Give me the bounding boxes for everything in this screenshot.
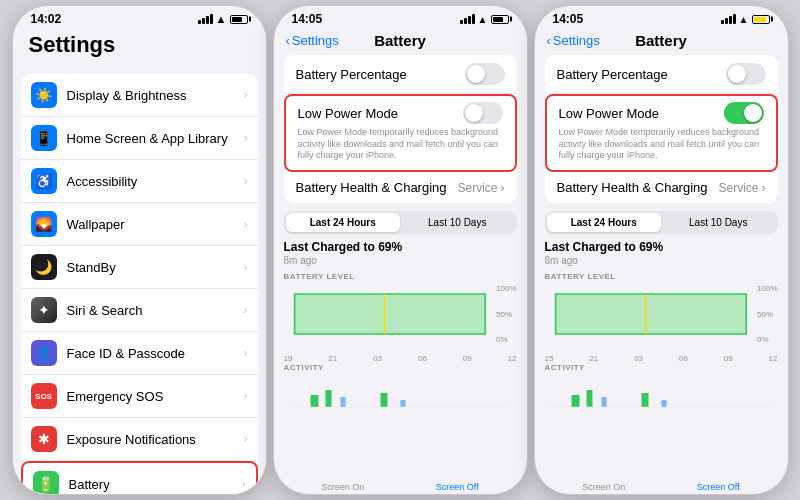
siri-label: Siri & Search [67,303,244,318]
activity-label-3: ACTIVITY [545,363,778,372]
sos-chevron: › [244,389,248,403]
time-1: 14:02 [31,12,62,26]
nav-title-2: Battery [374,32,426,49]
faceid-icon: 👤 [31,340,57,366]
battery-percentage-row-2: Battery Percentage [284,55,517,94]
activity-svg-2 [284,375,517,410]
status-bar-2: 14:05 ▲ [274,6,527,28]
time-2: 14:05 [292,12,323,26]
signal-icon [198,14,213,24]
nav-back-2[interactable]: ‹ Settings [286,33,339,48]
settings-item-faceid[interactable]: 👤 Face ID & Passcode › [21,332,258,375]
display-label: Display & Brightness [67,88,244,103]
svg-rect-9 [400,400,405,407]
settings-item-wallpaper[interactable]: 🌄 Wallpaper › [21,203,258,246]
svg-rect-17 [586,390,592,407]
health-chevron-3: › [762,181,766,195]
settings-item-battery[interactable]: 🔋 Battery › [21,461,258,494]
charged-info-3: Last Charged to 69% [545,240,778,254]
settings-item-display[interactable]: ☀️ Display & Brightness › [21,74,258,117]
health-label-3: Battery Health & Charging [557,180,708,195]
battery-percentage-label-2: Battery Percentage [296,67,407,82]
health-right-3: Service › [718,181,765,195]
time-3: 14:05 [553,12,584,26]
screen-off-label-3: Screen Off [697,482,740,492]
standby-icon: 🌙 [31,254,57,280]
settings-item-standby[interactable]: 🌙 StandBy › [21,246,258,289]
low-power-thumb-2 [465,104,483,122]
accessibility-chevron: › [244,174,248,188]
homescreen-label: Home Screen & App Library [67,131,244,146]
signal-bar-4 [210,14,213,24]
service-label-3: Service [718,181,758,195]
low-power-desc-3: Low Power Mode temporarily reduces backg… [559,127,764,162]
wallpaper-chevron: › [244,217,248,231]
homescreen-icon: 📱 [31,125,57,151]
svg-rect-12 [555,294,746,334]
nav-back-3[interactable]: ‹ Settings [547,33,600,48]
health-label-2: Battery Health & Charging [296,180,447,195]
settings-title: Settings [13,28,266,66]
battery-section-top-3: Battery Percentage Low Power Mode Low Po… [545,55,778,203]
battery-level-label-3: BATTERY LEVEL [545,272,778,281]
homescreen-chevron: › [244,131,248,145]
battery-percentage-row-3: Battery Percentage [545,55,778,94]
tab-24h-3[interactable]: Last 24 Hours [547,213,662,232]
signal-bar-1 [198,20,201,24]
tab-10d-2[interactable]: Last 10 Days [400,213,515,232]
battery-percentage-toggle-2[interactable] [465,63,505,85]
status-icons-3: ▲ [721,14,770,25]
settings-item-sos[interactable]: SOS Emergency SOS › [21,375,258,418]
signal-bar-3 [206,16,209,24]
battery-percentage-toggle-3[interactable] [726,63,766,85]
accessibility-icon: ♿ [31,168,57,194]
low-power-label-3: Low Power Mode [559,106,659,121]
activity-label-2: ACTIVITY [284,363,517,372]
charged-sub-3: 8m ago [545,255,778,266]
battery-fill-2 [493,17,504,22]
wifi-icon-2: ▲ [478,14,488,25]
battery-fill-1 [232,17,243,22]
tab-10d-3[interactable]: Last 10 Days [661,213,776,232]
low-power-top-3: Low Power Mode [559,102,764,124]
battery-section-top-2: Battery Percentage Low Power Mode Low Po… [284,55,517,203]
battery-content-3: Battery Percentage Low Power Mode Low Po… [535,55,788,478]
battery-percentage-thumb-3 [728,65,746,83]
health-chevron-2: › [501,181,505,195]
battery-chart-3: 100% 50% 0% [545,284,778,344]
screen-bottom-2: Screen On Screen Off [274,478,527,494]
health-row-2[interactable]: Battery Health & Charging Service › [284,172,517,203]
low-power-toggle-2[interactable] [463,102,503,124]
settings-item-homescreen[interactable]: 📱 Home Screen & App Library › [21,117,258,160]
standby-chevron: › [244,260,248,274]
svg-rect-6 [325,390,331,407]
tab-24h-2[interactable]: Last 24 Hours [286,213,401,232]
display-chevron: › [244,88,248,102]
health-row-3[interactable]: Battery Health & Charging Service › [545,172,778,203]
sos-icon: SOS [31,383,57,409]
sos-label: Emergency SOS [67,389,244,404]
low-power-label-2: Low Power Mode [298,106,398,121]
tabs-row-2: Last 24 Hours Last 10 Days [284,211,517,234]
wallpaper-icon: 🌄 [31,211,57,237]
settings-item-siri[interactable]: ✦ Siri & Search › [21,289,258,332]
low-power-toggle-3[interactable] [724,102,764,124]
phone-battery-off: 14:05 ▲ ‹ Settings Battery [273,5,528,495]
screen-on-label-3: Screen On [582,482,625,492]
nav-bar-3: ‹ Settings Battery [535,28,788,55]
settings-item-exposure[interactable]: ✱ Exposure Notifications › [21,418,258,461]
display-icon: ☀️ [31,82,57,108]
activity-svg-3 [545,375,778,410]
wallpaper-label: Wallpaper [67,217,244,232]
battery-menu-icon: 🔋 [33,471,59,494]
svg-rect-1 [294,294,485,334]
svg-rect-18 [601,397,606,407]
svg-rect-7 [340,397,345,407]
settings-item-accessibility[interactable]: ♿ Accessibility › [21,160,258,203]
exposure-chevron: › [244,432,248,446]
nav-back-label-2: Settings [292,33,339,48]
svg-rect-8 [380,393,387,407]
svg-rect-19 [641,393,648,407]
faceid-chevron: › [244,346,248,360]
battery-icon-2 [491,15,509,24]
